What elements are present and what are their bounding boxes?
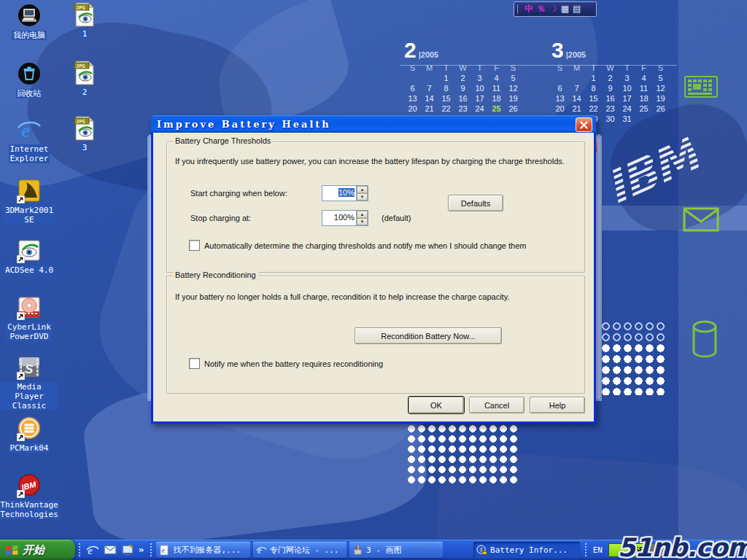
desktop-icon-powerdvd[interactable]: CyberLink PowerDVD — [0, 295, 58, 341]
task-button-battery-information[interactable]: ! Battery Infor... — [473, 542, 580, 558]
calendar-day: 17 — [471, 94, 488, 104]
calendar-day: 10 — [619, 84, 635, 94]
desktop-icon-3dmark2001[interactable]: 3DMark2001 SE — [0, 178, 58, 225]
language-indicator[interactable]: EN — [593, 545, 603, 555]
calendar-day: 23 — [454, 104, 471, 114]
grid-icon — [684, 76, 718, 101]
notify-reconditioning-checkbox[interactable]: Notify me when the battery requires reco… — [189, 358, 383, 369]
calendar-day — [652, 114, 669, 125]
dialog-title-bar[interactable]: Improve Battery Health — [151, 115, 596, 133]
cancel-button[interactable]: Cancel — [469, 397, 525, 413]
calendar-march: 3 |2005 SMTWTFS1234567891011121314151617… — [551, 38, 669, 125]
spin-down-icon[interactable]: ▼ — [357, 218, 368, 225]
desktop-icon-jpg-1[interactable]: JPG 1 — [63, 1, 107, 39]
calendar-day: 16 — [602, 94, 619, 104]
svg-text:JPG: JPG — [76, 63, 85, 69]
calendar-day: 20 — [551, 104, 568, 114]
calendar-day — [551, 74, 568, 84]
calendar-day: 30 — [602, 114, 619, 125]
pcmark-icon — [16, 416, 42, 442]
ime-grip-handle[interactable] — [517, 4, 521, 14]
calendar-day: 25 — [635, 104, 652, 114]
desktop-icon-pcmark04[interactable]: PCMark04 — [0, 416, 58, 453]
desktop-icon-thinkvantage[interactable]: IBM ThinkVantage Technologies — [0, 472, 58, 519]
start-charging-spinbox[interactable]: 10% ▲▼ — [322, 185, 368, 201]
shortcut-arrow-icon — [17, 195, 25, 203]
stop-charging-spinbox[interactable]: 100% ▲▼ — [322, 210, 368, 226]
task-button-server-not-found[interactable]: e 找不到服务器,... — [156, 542, 249, 558]
quicklaunch-ie-icon[interactable]: e — [86, 543, 99, 556]
auto-determine-checkbox[interactable]: Automatically determine the charging thr… — [189, 240, 526, 251]
svg-text:S: S — [25, 362, 34, 376]
task-button-forum[interactable]: e 专门网论坛 - ... — [253, 542, 347, 558]
checkbox-box[interactable] — [189, 240, 200, 251]
spin-down-icon[interactable]: ▼ — [357, 193, 368, 201]
calendar-day: 20 — [404, 104, 421, 114]
taskbar-separator[interactable] — [78, 542, 81, 557]
ime-language-bar[interactable]: 中 ％ ☽ ▦ ▤ — [514, 1, 597, 17]
taskbar-separator[interactable] — [150, 542, 152, 557]
calendar-day-header: S — [551, 63, 568, 74]
calendar-day: 11 — [635, 84, 652, 94]
quicklaunch-more-chevron[interactable]: » — [139, 545, 144, 555]
spin-up-icon[interactable]: ▲ — [357, 211, 368, 218]
defaults-button[interactable]: Defaults — [448, 195, 503, 211]
calendar-day: 6 — [551, 84, 568, 94]
ime-menu-icon[interactable]: ▤ — [573, 3, 581, 15]
start-button[interactable]: 开始 — [0, 540, 75, 560]
calendar-day: 22 — [585, 104, 602, 114]
desktop-icon-internet-explorer[interactable]: e Internet Explorer — [0, 117, 58, 163]
ime-keyboard-icon[interactable]: ▦ — [561, 3, 569, 15]
calendar-day: 8 — [585, 84, 602, 94]
spinner-arrows: ▲▼ — [356, 186, 368, 201]
desktop-icon-my-computer[interactable]: 我的电脑 — [0, 3, 58, 40]
calendar-day: 11 — [488, 84, 505, 94]
help-button[interactable]: Help — [530, 397, 585, 413]
calendar-day: 9 — [454, 84, 471, 94]
calendar-day: 21 — [421, 104, 438, 114]
ok-button[interactable]: OK — [409, 397, 464, 413]
taskbar-separator — [584, 542, 587, 557]
quicklaunch-mail-icon[interactable] — [104, 543, 117, 556]
calendar-day: 6 — [404, 84, 421, 94]
desktop-icon-acdsee[interactable]: ACDSee 4.0 — [0, 238, 58, 275]
dot-pattern-bottom — [406, 424, 519, 486]
calendar-day — [421, 74, 438, 84]
desktop-icon-recycle-bin[interactable]: 回收站 — [0, 61, 58, 98]
calendar-day-header: F — [488, 63, 505, 74]
calendar-day: 3 — [619, 74, 635, 84]
desktop-icon-jpg-3[interactable]: JPG 3 — [63, 115, 107, 152]
ime-punctuation-icon[interactable]: ☽ — [549, 3, 557, 15]
calendar-month: 3 — [551, 39, 564, 61]
shortcut-arrow-icon — [17, 490, 25, 498]
checkbox-box[interactable] — [189, 358, 200, 369]
task-button-paint[interactable]: 3 - 画图 — [349, 542, 443, 558]
recondition-battery-button[interactable]: Recondition Battery Now... — [355, 327, 502, 344]
calendar-day: 4 — [635, 74, 652, 84]
calendar-day: 18 — [488, 94, 505, 104]
ime-fullwidth-icon[interactable]: ％ — [537, 3, 546, 15]
calendar-day: 13 — [551, 94, 568, 104]
reconditioning-description: If your battery no longer holds a full c… — [175, 292, 581, 301]
calendar-day: 24 — [619, 104, 635, 114]
desktop-icon-media-player-classic[interactable]: S Media Player Classic — [0, 354, 58, 411]
calendar-day: 25 — [488, 104, 505, 114]
calendar-day: 7 — [421, 84, 438, 94]
ime-chinese-icon[interactable]: 中 — [525, 3, 533, 15]
quicklaunch-show-desktop-icon[interactable] — [121, 543, 134, 556]
desktop-icon-jpg-2[interactable]: JPG 2 — [63, 60, 107, 97]
svg-text:JPG: JPG — [76, 5, 85, 11]
spin-up-icon[interactable]: ▲ — [357, 186, 368, 193]
calendar-day: 12 — [652, 84, 669, 94]
stop-charging-value[interactable]: 100% — [322, 211, 356, 225]
cylinder-icon — [690, 319, 719, 363]
calendar-year: |2005 — [566, 50, 587, 59]
calendar-february: 2 |2005 SMTWTFS1234567891011121314151617… — [404, 38, 522, 125]
battery-alert-icon: ! — [476, 545, 487, 556]
calendar-day: 14 — [568, 94, 585, 104]
battery-charge-thresholds-group: Battery Charge Thresholds If you infrequ… — [166, 141, 585, 273]
jpg-file-icon: JPG — [71, 60, 98, 86]
start-label: 开始 — [23, 543, 44, 557]
start-charging-value[interactable]: 10% — [322, 186, 356, 201]
close-icon[interactable] — [576, 117, 592, 132]
